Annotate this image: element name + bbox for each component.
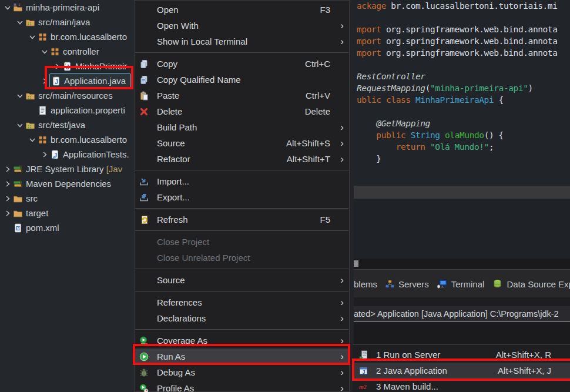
chevron-right-icon[interactable]	[2, 194, 12, 203]
refresh-icon	[139, 215, 157, 225]
source-folder-icon	[25, 91, 36, 100]
submenu-chevron-icon: ›	[335, 367, 349, 378]
run-as-submenu: 1 Run on ServerAlt+Shift+X, R J2 Java Ap…	[353, 344, 570, 392]
chevron-right-icon[interactable]	[39, 76, 49, 86]
menu-separator	[135, 208, 348, 209]
submenu-chevron-icon: ›	[335, 138, 349, 149]
submenu-item-run-on-server[interactable]: 1 Run on ServerAlt+Shift+X, R	[353, 347, 570, 363]
code-line: mport org.springframework.web.bind.annot…	[357, 47, 558, 59]
maven-file-icon: M	[12, 223, 24, 233]
debug-as-icon	[139, 368, 157, 377]
copy-icon	[139, 59, 157, 69]
menu-item-run-as[interactable]: Run As›	[135, 349, 349, 364]
editor-scrollbar-track[interactable]	[354, 186, 570, 199]
java-file-icon: J	[51, 76, 62, 86]
menu-item-copy-qualified-name[interactable]: Copy Qualified Name	[135, 72, 349, 88]
java-application-icon: J	[358, 366, 376, 376]
folder-icon	[12, 209, 24, 218]
profile-as-icon	[139, 384, 157, 392]
svg-text:J: J	[19, 3, 21, 6]
context-menu: OpenF3 Open With› Show in Local Terminal…	[134, 0, 350, 392]
package-icon	[37, 32, 48, 42]
chevron-down-icon[interactable]	[15, 18, 25, 27]
menu-item-source[interactable]: SourceAlt+Shift+S›	[135, 135, 349, 151]
code-line: mport org.springframework.web.bind.annot…	[357, 35, 558, 47]
menu-item-declarations[interactable]: Declarations›	[135, 310, 349, 326]
code-editor[interactable]: ackage br.com.lucasalbertoni.tutoriais.m…	[354, 0, 570, 186]
submenu-chevron-icon: ›	[335, 122, 349, 133]
scrollbar-thumb[interactable]	[354, 260, 358, 267]
code-line: return "Olá Mundo!";	[357, 141, 494, 153]
menu-item-close-project: Close Project	[135, 234, 349, 250]
chevron-right-icon[interactable]	[52, 62, 62, 71]
menu-item-delete[interactable]: DeleteDelete	[135, 103, 349, 119]
chevron-right-icon[interactable]	[39, 150, 49, 159]
code-line: ackage br.com.lucasalbertoni.tutoriais.m…	[357, 0, 558, 12]
menu-item-profile-as[interactable]: Profile As›	[135, 380, 349, 392]
chevron-down-icon[interactable]	[39, 47, 49, 56]
menu-item-copy[interactable]: CopyCtrl+C	[135, 56, 349, 72]
java-file-icon: J	[49, 150, 61, 159]
menu-item-source-2[interactable]: Source›	[135, 272, 349, 288]
menu-item-refresh[interactable]: RefreshF5	[135, 212, 349, 227]
menu-item-show-in-local-terminal[interactable]: Show in Local Terminal›	[135, 33, 349, 49]
chevron-right-icon[interactable]	[2, 209, 12, 218]
tab-data-source-explorer[interactable]: Data Source Explorer	[492, 279, 570, 289]
menu-item-debug-as[interactable]: Debug As›	[135, 364, 349, 380]
menu-item-close-unrelated-project: Close Unrelated Project	[135, 250, 349, 266]
chevron-down-icon[interactable]	[2, 3, 12, 12]
tab-terminal[interactable]: Terminal	[437, 279, 485, 289]
maven-build-icon: m2	[358, 382, 376, 391]
svg-text:J: J	[363, 368, 366, 374]
chevron-down-icon[interactable]	[15, 91, 25, 100]
code-line: RequestMapping("minha-primeira-api")	[357, 82, 533, 94]
export-icon	[139, 193, 157, 202]
selected-tree-item[interactable]: J Application.java	[49, 73, 131, 88]
menu-item-open[interactable]: OpenF3	[135, 2, 349, 18]
submenu-chevron-icon: ›	[335, 20, 349, 32]
chevron-down-icon[interactable]	[27, 135, 37, 145]
submenu-chevron-icon: ›	[335, 274, 349, 286]
code-line: ublic class MinhaPrimeiraApi {	[357, 94, 504, 106]
menu-item-paste[interactable]: PasteCtrl+V	[135, 88, 349, 103]
chevron-right-icon[interactable]	[2, 165, 12, 174]
horizontal-scrollbar[interactable]	[354, 259, 570, 269]
tab-servers[interactable]: Servers	[385, 279, 429, 289]
delete-icon	[139, 107, 157, 116]
paste-icon	[139, 91, 157, 100]
source-folder-icon	[25, 18, 36, 27]
servers-icon	[385, 279, 395, 289]
menu-item-build-path[interactable]: Build Path›	[135, 119, 349, 135]
menu-item-open-with[interactable]: Open With›	[135, 18, 349, 33]
submenu-chevron-icon: ›	[335, 153, 349, 165]
maven-project-icon: MJ	[12, 3, 24, 12]
chevron-down-icon[interactable]	[27, 32, 37, 42]
menu-item-export[interactable]: Export...	[135, 189, 349, 205]
submenu-chevron-icon: ›	[335, 297, 349, 309]
submenu-item-java-application[interactable]: J2 Java ApplicationAlt+Shift+X, J	[353, 363, 570, 378]
code-line: RestController	[357, 71, 425, 82]
code-line: mport org.springframework.web.bind.annot…	[357, 24, 558, 35]
menu-item-references[interactable]: References›	[135, 294, 349, 310]
submenu-chevron-icon: ›	[335, 36, 349, 48]
chevron-right-icon[interactable]	[2, 179, 12, 189]
package-icon	[37, 135, 48, 145]
menu-item-import[interactable]: Import...	[135, 173, 349, 189]
code-line: public String olaMundo() {	[357, 129, 504, 141]
chevron-down-icon[interactable]	[15, 120, 25, 130]
submenu-item-maven-build[interactable]: m23 Maven build...	[353, 378, 570, 392]
eclipse-window: MJ minha-primeira-api src/main/java br.c…	[0, 0, 570, 392]
submenu-chevron-icon: ›	[335, 383, 349, 392]
menu-item-coverage-as[interactable]: Coverage As›	[135, 333, 349, 349]
panel-gap	[354, 297, 570, 306]
console-empty-area	[354, 199, 570, 259]
tab-problems[interactable]: blems	[354, 279, 377, 289]
menu-item-refactor[interactable]: RefactorAlt+Shift+T›	[135, 151, 349, 167]
copy-qualified-name-icon	[139, 75, 157, 85]
import-icon	[139, 177, 157, 186]
submenu-chevron-icon: ›	[335, 313, 349, 324]
panel-divider	[350, 0, 354, 392]
source-folder-icon	[25, 120, 36, 130]
package-icon	[49, 47, 61, 56]
run-on-server-icon	[358, 350, 376, 360]
